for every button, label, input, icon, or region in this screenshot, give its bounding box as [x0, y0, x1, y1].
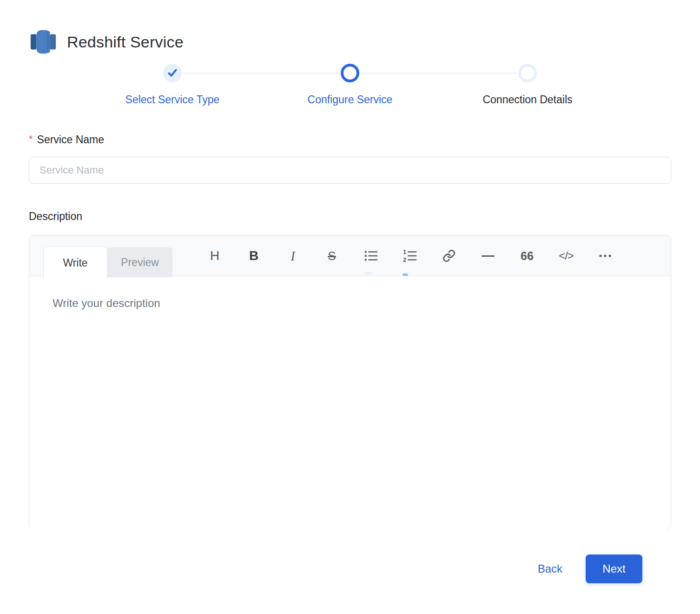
step-connection-details: Connection Details	[439, 64, 616, 106]
quote-icon[interactable]: 66	[520, 248, 535, 263]
svg-text:2: 2	[403, 256, 406, 263]
redshift-logo-icon	[29, 27, 58, 57]
more-glyph	[599, 254, 612, 258]
numbered-list-glyph: 1 2	[403, 248, 417, 263]
more-icon[interactable]	[598, 248, 613, 263]
artifact-mark	[364, 272, 373, 274]
service-wizard-page: Redshift Service Select Service Type Con…	[0, 27, 700, 614]
service-name-label-text: Service Name	[37, 133, 104, 146]
code-icon[interactable]: </>	[559, 248, 574, 263]
numbered-list-icon[interactable]: 1 2	[403, 248, 417, 263]
step-completed-circle	[163, 64, 182, 82]
next-button[interactable]: Next	[586, 554, 642, 583]
editor-body	[29, 276, 671, 529]
horizontal-rule-glyph	[482, 255, 495, 257]
tab-write[interactable]: Write	[43, 247, 107, 279]
page-title: Redshift Service	[67, 33, 184, 51]
heading-icon[interactable]: H	[207, 248, 222, 263]
stepper: Select Service Type Configure Service Co…	[84, 64, 616, 106]
required-asterisk: *	[29, 133, 33, 145]
tab-preview[interactable]: Preview	[107, 247, 172, 277]
link-icon[interactable]	[442, 248, 456, 263]
strikethrough-icon[interactable]: S	[324, 248, 339, 263]
step-label-connection-details: Connection Details	[482, 93, 572, 106]
horizontal-rule-icon[interactable]	[481, 248, 495, 263]
artifact-mark	[403, 274, 408, 276]
description-label: Description	[29, 210, 671, 223]
service-name-input[interactable]	[29, 157, 671, 184]
link-glyph	[442, 249, 456, 262]
check-icon	[168, 69, 177, 77]
step-configure-service: Configure Service	[261, 64, 439, 106]
step-select-service-type: Select Service Type	[84, 64, 261, 106]
svg-text:1: 1	[403, 248, 406, 255]
italic-icon[interactable]: I	[285, 248, 300, 263]
step-label-select-service-type: Select Service Type	[125, 93, 220, 106]
description-input[interactable]	[29, 276, 671, 529]
editor-toolbar: H B I S 1	[207, 235, 613, 276]
form-content: * Service Name Description Write Preview…	[29, 133, 671, 583]
bullet-list-glyph	[364, 248, 378, 263]
page-header: Redshift Service	[29, 27, 671, 57]
back-button[interactable]: Back	[538, 562, 562, 575]
service-name-label: * Service Name	[29, 133, 671, 146]
description-editor: Write Preview H B I S	[29, 235, 671, 529]
bold-icon[interactable]: B	[246, 248, 261, 263]
step-future-circle	[518, 64, 537, 82]
editor-header: Write Preview H B I S	[29, 235, 671, 276]
redshift-logo-glyph	[29, 27, 58, 57]
bullet-list-icon[interactable]	[363, 248, 378, 263]
step-active-circle	[341, 64, 359, 82]
footer-actions: Back Next	[58, 554, 642, 583]
step-label-configure-service: Configure Service	[308, 93, 393, 106]
